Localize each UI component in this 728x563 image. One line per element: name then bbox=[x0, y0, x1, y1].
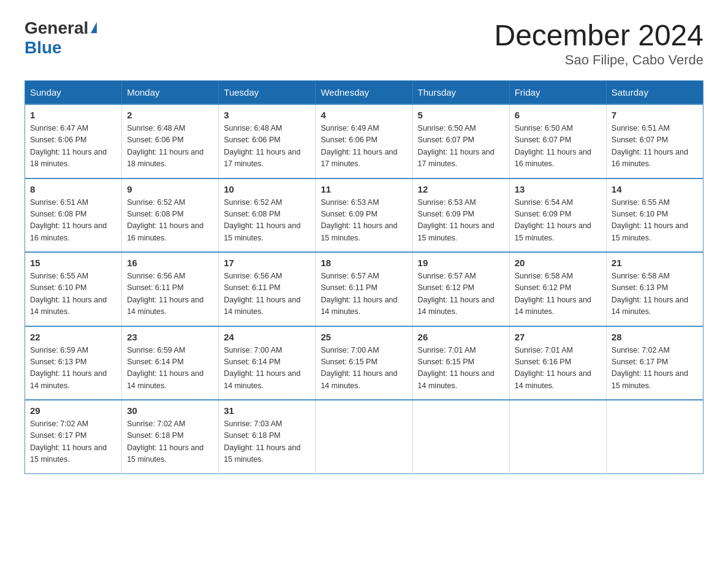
header-day-friday: Friday bbox=[509, 81, 606, 105]
calendar-cell bbox=[606, 400, 703, 473]
calendar-cell: 5Sunrise: 6:50 AMSunset: 6:07 PMDaylight… bbox=[412, 104, 509, 178]
day-number: 21 bbox=[612, 258, 698, 268]
calendar-cell: 2Sunrise: 6:48 AMSunset: 6:06 PMDaylight… bbox=[122, 104, 219, 178]
calendar-cell: 12Sunrise: 6:53 AMSunset: 6:09 PMDayligh… bbox=[412, 178, 509, 253]
day-number: 7 bbox=[612, 110, 698, 120]
calendar-cell: 29Sunrise: 7:02 AMSunset: 6:17 PMDayligh… bbox=[25, 400, 122, 473]
day-info: Sunrise: 6:50 AMSunset: 6:07 PMDaylight:… bbox=[515, 123, 601, 170]
header-day-saturday: Saturday bbox=[606, 81, 703, 105]
day-info: Sunrise: 7:02 AMSunset: 6:18 PMDaylight:… bbox=[127, 418, 213, 466]
day-info: Sunrise: 7:00 AMSunset: 6:15 PMDaylight:… bbox=[320, 345, 407, 393]
day-info: Sunrise: 7:00 AMSunset: 6:14 PMDaylight:… bbox=[224, 345, 310, 393]
logo-general-text: General bbox=[25, 18, 88, 38]
calendar-cell: 30Sunrise: 7:02 AMSunset: 6:18 PMDayligh… bbox=[122, 400, 219, 473]
day-info: Sunrise: 6:49 AMSunset: 6:06 PMDaylight:… bbox=[320, 123, 407, 170]
day-number: 25 bbox=[320, 332, 407, 342]
calendar-cell: 16Sunrise: 6:56 AMSunset: 6:11 PMDayligh… bbox=[122, 252, 219, 326]
day-number: 5 bbox=[418, 110, 504, 120]
day-number: 9 bbox=[127, 184, 213, 194]
logo: General Blue bbox=[25, 18, 97, 58]
calendar-cell: 20Sunrise: 6:58 AMSunset: 6:12 PMDayligh… bbox=[509, 252, 606, 326]
week-row-3: 15Sunrise: 6:55 AMSunset: 6:10 PMDayligh… bbox=[25, 252, 703, 326]
day-info: Sunrise: 6:51 AMSunset: 6:08 PMDaylight:… bbox=[30, 197, 116, 245]
day-info: Sunrise: 6:59 AMSunset: 6:14 PMDaylight:… bbox=[127, 345, 213, 393]
day-info: Sunrise: 6:55 AMSunset: 6:10 PMDaylight:… bbox=[612, 197, 698, 245]
calendar-cell: 19Sunrise: 6:57 AMSunset: 6:12 PMDayligh… bbox=[412, 252, 509, 326]
calendar-cell: 18Sunrise: 6:57 AMSunset: 6:11 PMDayligh… bbox=[316, 252, 412, 326]
calendar-cell: 9Sunrise: 6:52 AMSunset: 6:08 PMDaylight… bbox=[122, 178, 219, 253]
day-number: 2 bbox=[127, 110, 213, 120]
day-info: Sunrise: 6:59 AMSunset: 6:13 PMDaylight:… bbox=[30, 345, 116, 393]
calendar-cell: 28Sunrise: 7:02 AMSunset: 6:17 PMDayligh… bbox=[606, 326, 703, 400]
day-number: 28 bbox=[612, 332, 698, 342]
logo-triangle-icon bbox=[91, 22, 97, 33]
calendar-cell: 17Sunrise: 6:56 AMSunset: 6:11 PMDayligh… bbox=[219, 252, 316, 326]
calendar-cell: 10Sunrise: 6:52 AMSunset: 6:08 PMDayligh… bbox=[219, 178, 316, 253]
day-number: 26 bbox=[418, 332, 504, 342]
calendar-cell: 4Sunrise: 6:49 AMSunset: 6:06 PMDaylight… bbox=[316, 104, 412, 178]
day-info: Sunrise: 7:03 AMSunset: 6:18 PMDaylight:… bbox=[224, 418, 310, 466]
calendar-cell: 8Sunrise: 6:51 AMSunset: 6:08 PMDaylight… bbox=[25, 178, 122, 253]
day-info: Sunrise: 7:02 AMSunset: 6:17 PMDaylight:… bbox=[612, 345, 698, 393]
calendar-cell bbox=[412, 400, 509, 473]
calendar-cell bbox=[509, 400, 606, 473]
day-number: 31 bbox=[224, 405, 310, 416]
day-number: 16 bbox=[127, 258, 213, 268]
title-block: December 2024 Sao Filipe, Cabo Verde bbox=[494, 18, 703, 68]
calendar-table: SundayMondayTuesdayWednesdayThursdayFrid… bbox=[25, 80, 703, 474]
calendar-cell: 27Sunrise: 7:01 AMSunset: 6:16 PMDayligh… bbox=[509, 326, 606, 400]
day-info: Sunrise: 6:57 AMSunset: 6:11 PMDaylight:… bbox=[320, 270, 407, 318]
day-number: 29 bbox=[30, 405, 116, 416]
calendar-cell: 22Sunrise: 6:59 AMSunset: 6:13 PMDayligh… bbox=[25, 326, 122, 400]
day-number: 8 bbox=[30, 184, 116, 194]
day-number: 14 bbox=[612, 184, 698, 194]
day-info: Sunrise: 7:01 AMSunset: 6:15 PMDaylight:… bbox=[418, 345, 504, 393]
day-number: 10 bbox=[224, 184, 310, 194]
calendar-cell bbox=[316, 400, 412, 473]
day-info: Sunrise: 6:56 AMSunset: 6:11 PMDaylight:… bbox=[224, 270, 310, 318]
header-day-sunday: Sunday bbox=[25, 81, 122, 105]
calendar-cell: 24Sunrise: 7:00 AMSunset: 6:14 PMDayligh… bbox=[219, 326, 316, 400]
calendar-cell: 26Sunrise: 7:01 AMSunset: 6:15 PMDayligh… bbox=[412, 326, 509, 400]
header-row: SundayMondayTuesdayWednesdayThursdayFrid… bbox=[25, 81, 703, 105]
day-info: Sunrise: 6:52 AMSunset: 6:08 PMDaylight:… bbox=[224, 197, 310, 245]
day-number: 12 bbox=[418, 184, 504, 194]
header-day-monday: Monday bbox=[122, 81, 219, 105]
day-info: Sunrise: 6:48 AMSunset: 6:06 PMDaylight:… bbox=[224, 123, 310, 170]
calendar-cell: 14Sunrise: 6:55 AMSunset: 6:10 PMDayligh… bbox=[606, 178, 703, 253]
header-day-tuesday: Tuesday bbox=[219, 81, 316, 105]
day-info: Sunrise: 6:48 AMSunset: 6:06 PMDaylight:… bbox=[127, 123, 213, 170]
day-info: Sunrise: 6:58 AMSunset: 6:12 PMDaylight:… bbox=[515, 270, 601, 318]
week-row-1: 1Sunrise: 6:47 AMSunset: 6:06 PMDaylight… bbox=[25, 104, 703, 178]
week-row-4: 22Sunrise: 6:59 AMSunset: 6:13 PMDayligh… bbox=[25, 326, 703, 400]
day-number: 3 bbox=[224, 110, 310, 120]
calendar-cell: 13Sunrise: 6:54 AMSunset: 6:09 PMDayligh… bbox=[509, 178, 606, 253]
day-number: 20 bbox=[515, 258, 601, 268]
header-day-wednesday: Wednesday bbox=[316, 81, 412, 105]
week-row-5: 29Sunrise: 7:02 AMSunset: 6:17 PMDayligh… bbox=[25, 400, 703, 473]
day-number: 24 bbox=[224, 332, 310, 342]
day-info: Sunrise: 6:57 AMSunset: 6:12 PMDaylight:… bbox=[418, 270, 504, 318]
calendar-cell: 6Sunrise: 6:50 AMSunset: 6:07 PMDaylight… bbox=[509, 104, 606, 178]
calendar-cell: 23Sunrise: 6:59 AMSunset: 6:14 PMDayligh… bbox=[122, 326, 219, 400]
page-header: General Blue December 2024 Sao Filipe, C… bbox=[25, 18, 703, 68]
day-info: Sunrise: 6:52 AMSunset: 6:08 PMDaylight:… bbox=[127, 197, 213, 245]
calendar-cell: 25Sunrise: 7:00 AMSunset: 6:15 PMDayligh… bbox=[316, 326, 412, 400]
day-number: 4 bbox=[320, 110, 407, 120]
logo-blue-text: Blue bbox=[25, 38, 62, 58]
day-info: Sunrise: 6:56 AMSunset: 6:11 PMDaylight:… bbox=[127, 270, 213, 318]
day-number: 19 bbox=[418, 258, 504, 268]
page-title: December 2024 bbox=[494, 18, 703, 52]
calendar-cell: 11Sunrise: 6:53 AMSunset: 6:09 PMDayligh… bbox=[316, 178, 412, 253]
day-number: 23 bbox=[127, 332, 213, 342]
day-number: 6 bbox=[515, 110, 601, 120]
calendar-cell: 3Sunrise: 6:48 AMSunset: 6:06 PMDaylight… bbox=[219, 104, 316, 178]
day-info: Sunrise: 6:53 AMSunset: 6:09 PMDaylight:… bbox=[320, 197, 407, 245]
page-subtitle: Sao Filipe, Cabo Verde bbox=[494, 52, 703, 68]
day-number: 22 bbox=[30, 332, 116, 342]
calendar-cell: 15Sunrise: 6:55 AMSunset: 6:10 PMDayligh… bbox=[25, 252, 122, 326]
day-info: Sunrise: 6:54 AMSunset: 6:09 PMDaylight:… bbox=[515, 197, 601, 245]
day-number: 27 bbox=[515, 332, 601, 342]
day-info: Sunrise: 7:02 AMSunset: 6:17 PMDaylight:… bbox=[30, 418, 116, 466]
header-day-thursday: Thursday bbox=[412, 81, 509, 105]
